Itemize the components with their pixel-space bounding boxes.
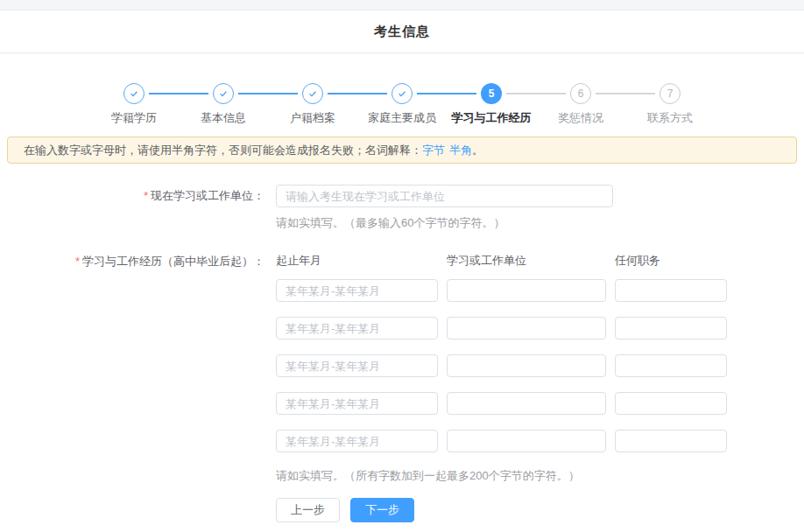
previous-step-button[interactable]: 上一步 (276, 498, 340, 522)
step-done-circle (391, 83, 413, 104)
top-strip (0, 0, 804, 10)
experience-section: *学习与工作经历（高中毕业后起）： 起止年月 学习或工作单位 任何职务 (0, 253, 804, 522)
next-step-button[interactable]: 下一步 (350, 498, 414, 522)
experience-4-duty-input[interactable] (615, 392, 727, 415)
experience-4-unit-input[interactable] (447, 392, 606, 415)
step-jiangcheng-qingkuang: 6 奖惩情况 (536, 83, 625, 126)
step-lianxi-fangshi: 7 联系方式 (625, 83, 715, 126)
experience-5-dates-input[interactable] (276, 430, 438, 452)
current-unit-label-text: 现在学习或工作单位： (151, 189, 264, 202)
experience-row-4 (276, 392, 727, 415)
step-xueji-xueli: 学籍学历 (89, 83, 179, 126)
step-label: 家庭主要成员 (368, 110, 436, 126)
current-unit-input[interactable] (276, 185, 613, 207)
experience-row-5 (276, 430, 727, 452)
check-icon (129, 88, 139, 99)
experience-column-headers: 起止年月 学习或工作单位 任何职务 (276, 253, 727, 269)
column-header-unit: 学习或工作单位 (447, 253, 606, 269)
experience-2-unit-input[interactable] (447, 317, 606, 340)
column-header-duty: 任何职务 (615, 253, 727, 269)
step-wait-circle: 6 (570, 83, 591, 104)
check-icon (307, 88, 318, 99)
experience-label: *学习与工作经历（高中毕业后起）： (0, 253, 276, 270)
experience-table: 起止年月 学习或工作单位 任何职务 (276, 253, 727, 522)
experience-4-dates-input[interactable] (276, 392, 438, 415)
step-label: 奖惩情况 (558, 110, 603, 126)
check-icon (397, 88, 407, 99)
candidate-experience-form: *现在学习或工作单位： 请如实填写。（最多输入60个字节的字符。） *学习与工作… (0, 185, 804, 522)
halfwidth-definition-link[interactable]: 半角 (449, 144, 472, 157)
form-actions: 上一步 下一步 (276, 498, 727, 522)
experience-1-dates-input[interactable] (276, 279, 438, 302)
step-label: 基本信息 (201, 110, 246, 126)
step-huji-dangan: 户籍档案 (268, 83, 357, 126)
step-xuexi-gongzuo-jingli: 5 学习与工作经历 (447, 83, 536, 126)
step-done-circle (123, 83, 145, 104)
experience-label-text: 学习与工作经历（高中毕业后起）： (82, 255, 264, 268)
byte-definition-link[interactable]: 字节 (422, 144, 445, 157)
experience-row-3 (276, 354, 727, 377)
step-done-circle (213, 83, 234, 104)
step-jiating-chengyuan: 家庭主要成员 (357, 83, 447, 126)
notice-text: 在输入数字或字母时，请使用半角字符，否则可能会造成报名失败；名词解释： (24, 144, 422, 157)
experience-help: 请如实填写。（所有字数加到一起最多200个字节的字符。） (276, 468, 727, 484)
step-current-circle: 5 (481, 83, 502, 104)
step-done-circle (302, 83, 323, 104)
experience-3-duty-input[interactable] (615, 354, 727, 377)
step-label: 学籍学历 (111, 110, 157, 126)
experience-rows (276, 279, 727, 452)
current-unit-row: *现在学习或工作单位： (0, 185, 804, 207)
experience-3-unit-input[interactable] (447, 354, 606, 377)
check-icon (218, 88, 229, 99)
step-jiben-xinxi: 基本信息 (179, 83, 268, 126)
required-mark: * (144, 189, 148, 202)
current-unit-label: *现在学习或工作单位： (0, 188, 276, 204)
experience-3-dates-input[interactable] (276, 354, 438, 377)
notice-text-end: 。 (472, 144, 483, 157)
progress-stepper: 学籍学历 基本信息 户籍档案 家庭主要成员 5 学习与工作经历 6 奖惩情况 7… (89, 83, 715, 126)
step-label: 联系方式 (647, 110, 693, 126)
experience-1-unit-input[interactable] (447, 279, 606, 302)
spacer (0, 215, 276, 231)
current-unit-help-row: 请如实填写。（最多输入60个字节的字符。） (0, 215, 804, 231)
step-label: 户籍档案 (290, 110, 335, 126)
column-header-dates: 起止年月 (276, 253, 438, 269)
experience-row-2 (276, 317, 727, 340)
experience-row-1 (276, 279, 727, 302)
experience-2-dates-input[interactable] (276, 317, 438, 340)
current-unit-help: 请如实填写。（最多输入60个字节的字符。） (276, 215, 504, 231)
experience-1-duty-input[interactable] (615, 279, 727, 302)
step-label: 学习与工作经历 (452, 110, 532, 126)
page-header: 考生信息 (0, 10, 804, 53)
experience-5-unit-input[interactable] (447, 430, 606, 452)
halfwidth-notice-banner: 在输入数字或字母时，请使用半角字符，否则可能会造成报名失败；名词解释：字节半角。 (7, 136, 797, 164)
step-wait-circle: 7 (659, 83, 681, 104)
required-mark: * (75, 255, 80, 268)
experience-2-duty-input[interactable] (615, 317, 727, 340)
experience-5-duty-input[interactable] (615, 430, 727, 452)
page-title: 考生信息 (374, 24, 430, 40)
